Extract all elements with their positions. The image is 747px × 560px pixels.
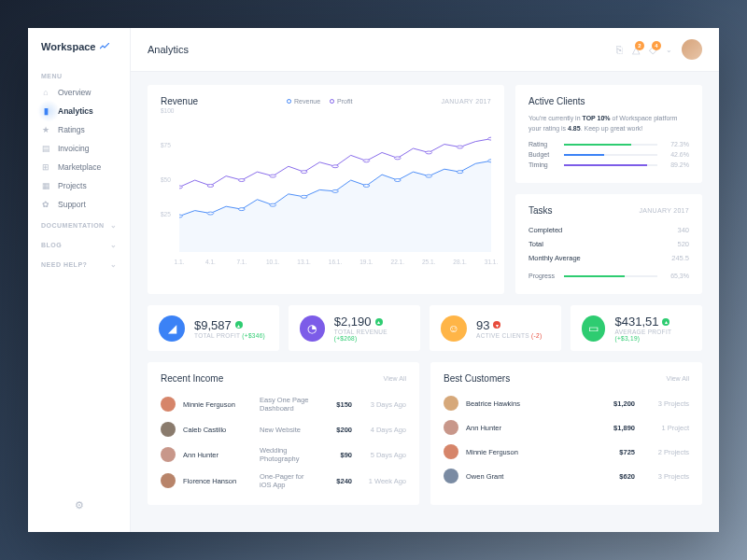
stat-card: ◢ $9,587▴ TOTAL PROFIT (+$346): [148, 305, 279, 351]
nav-item-analytics[interactable]: ▮Analytics: [28, 102, 130, 120]
avatar: [444, 444, 458, 459]
sidebar-section[interactable]: NEED HELP?⌄: [28, 253, 130, 273]
svg-point-2: [207, 212, 214, 215]
svg-point-4: [270, 203, 276, 206]
list-item[interactable]: Ann HunterWedding Photography$905 Days A…: [161, 441, 406, 468]
nav-icon: ▮: [41, 106, 50, 116]
list-item[interactable]: Minnie FergusonEasy One Page Dashboard$1…: [161, 391, 406, 417]
svg-point-3: [238, 208, 245, 211]
svg-point-7: [363, 184, 370, 187]
svg-point-5: [301, 195, 307, 198]
active-clients-bars: Rating72.3%Budget42.6%Timing89.2%: [529, 141, 689, 168]
nav-item-marketplace[interactable]: ⊞Marketplace: [28, 158, 130, 176]
nav-icon: ✿: [41, 200, 50, 209]
nav-icon: ⌂: [41, 88, 50, 97]
chevron-down-icon[interactable]: ⌄: [666, 46, 672, 54]
tasks-title: Tasks: [529, 205, 553, 216]
menu-section-label: MENU: [28, 67, 130, 83]
avatar: [444, 420, 458, 435]
svg-point-12: [179, 186, 182, 189]
revenue-chart: $25$50$75$1001.1.4.1.7.1.10.1.13.1.16.1.…: [161, 114, 491, 263]
svg-point-10: [457, 171, 463, 174]
main-area: Analytics ⎘ △2 ◇4 ⌄ Revenue Revenue Prof…: [131, 28, 719, 532]
user-avatar[interactable]: [682, 39, 702, 60]
best-customers-list: Beatrice Hawkins$1,2003 ProjectsAnn Hunt…: [444, 391, 689, 488]
avatar: [444, 396, 458, 411]
svg-point-13: [207, 184, 214, 187]
nav-item-projects[interactable]: ▦Projects: [28, 176, 130, 195]
page-title: Analytics: [148, 44, 189, 55]
settings-gear-icon[interactable]: ⚙: [28, 492, 130, 519]
notification-bell-icon[interactable]: △2: [632, 44, 640, 56]
tasks-list: Completed340Total520Monthly Average245.5: [529, 223, 689, 265]
brand-trend-icon: [100, 43, 109, 50]
chevron-down-icon: ⌄: [110, 241, 118, 249]
stat-card: ▭ $431,51▴ AVERAGE PROFIT (+$3,19): [571, 305, 702, 351]
revenue-period: JANUARY 2017: [441, 98, 491, 105]
lists-row: Recent Income View All Minnie FergusonEa…: [148, 362, 702, 505]
task-row: Monthly Average245.5: [529, 251, 689, 265]
brand-label: Workspace: [41, 41, 96, 52]
svg-point-1: [179, 215, 182, 217]
svg-point-6: [332, 189, 339, 192]
list-item[interactable]: Owen Grant$6203 Projects: [444, 464, 689, 488]
recent-income-title: Recent Income: [161, 373, 223, 384]
svg-point-18: [363, 160, 370, 162]
revenue-chart-card: Revenue Revenue Profit JANUARY 2017 $25$…: [148, 85, 504, 294]
list-item[interactable]: Florence HansonOne-Pager for iOS App$240…: [161, 468, 406, 494]
svg-point-9: [426, 175, 432, 177]
nav-item-support[interactable]: ✿Support: [28, 195, 130, 214]
sidebar-section[interactable]: DOCUMENTATION⌄: [28, 214, 130, 233]
stat-icon: ◢: [159, 315, 185, 342]
topbar-actions: ⎘ △2 ◇4 ⌄: [616, 39, 702, 60]
stat-icon: ▭: [582, 315, 605, 342]
svg-point-11: [488, 160, 491, 162]
brand[interactable]: Workspace: [28, 41, 130, 67]
recent-income-card: Recent Income View All Minnie FergusonEa…: [148, 362, 419, 505]
task-row: Completed340: [529, 223, 689, 237]
avatar: [444, 469, 458, 483]
svg-point-17: [332, 165, 339, 168]
metric-bar: Timing89.2%: [529, 161, 689, 168]
active-clients-text: You're currently in TOP 10% of Workspace…: [529, 114, 689, 133]
sidebar-section[interactable]: BLOG⌄: [28, 233, 130, 253]
list-item[interactable]: Beatrice Hawkins$1,2003 Projects: [444, 391, 689, 415]
svg-point-20: [426, 151, 432, 154]
content-grid: Revenue Revenue Profit JANUARY 2017 $25$…: [131, 72, 719, 518]
clipboard-icon[interactable]: ⎘: [616, 44, 623, 55]
arrow-down-icon: ▾: [493, 321, 500, 329]
stats-row: ◢ $9,587▴ TOTAL PROFIT (+$346)◔ $2,190▴ …: [148, 305, 702, 351]
topbar: Analytics ⎘ △2 ◇4 ⌄: [131, 28, 719, 72]
svg-point-19: [394, 157, 401, 160]
chevron-down-icon: ⌄: [110, 260, 118, 269]
nav-item-invoicing[interactable]: ▤Invoicing: [28, 139, 130, 158]
active-clients-title: Active Clients: [529, 96, 585, 106]
recent-income-viewall[interactable]: View All: [384, 375, 406, 382]
active-clients-card: Active Clients You're currently in TOP 1…: [515, 85, 702, 183]
message-icon[interactable]: ◇4: [649, 44, 656, 56]
nav-icon: ▦: [41, 181, 50, 190]
metric-bar: Budget42.6%: [529, 151, 689, 158]
task-row: Total520: [529, 237, 689, 251]
avatar: [161, 447, 176, 462]
avatar: [161, 397, 176, 412]
chevron-down-icon: ⌄: [110, 221, 118, 230]
tasks-period: JANUARY 2017: [639, 207, 689, 214]
best-customers-viewall[interactable]: View All: [667, 375, 689, 382]
list-item[interactable]: Minnie Ferguson$7252 Projects: [444, 440, 689, 464]
stat-icon: ☺: [441, 315, 467, 342]
nav-icon: ▤: [41, 144, 50, 153]
list-item[interactable]: Ann Hunter$1,8901 Project: [444, 415, 689, 440]
svg-point-16: [301, 171, 307, 174]
nav-icon: ⊞: [41, 162, 50, 172]
list-item[interactable]: Caleb CastilloNew Website$2004 Days Ago: [161, 417, 406, 441]
svg-point-15: [270, 175, 276, 177]
app-frame: Workspace MENU ⌂Overview▮Analytics★Ratin…: [28, 28, 719, 532]
arrow-up-icon: ▴: [375, 318, 383, 326]
tasks-card: Tasks JANUARY 2017 Completed340Total520M…: [515, 194, 702, 294]
revenue-title: Revenue: [161, 96, 198, 106]
svg-point-14: [238, 179, 245, 182]
nav-item-ratings[interactable]: ★Ratings: [28, 120, 130, 139]
nav-item-overview[interactable]: ⌂Overview: [28, 83, 130, 102]
svg-point-8: [394, 179, 401, 182]
